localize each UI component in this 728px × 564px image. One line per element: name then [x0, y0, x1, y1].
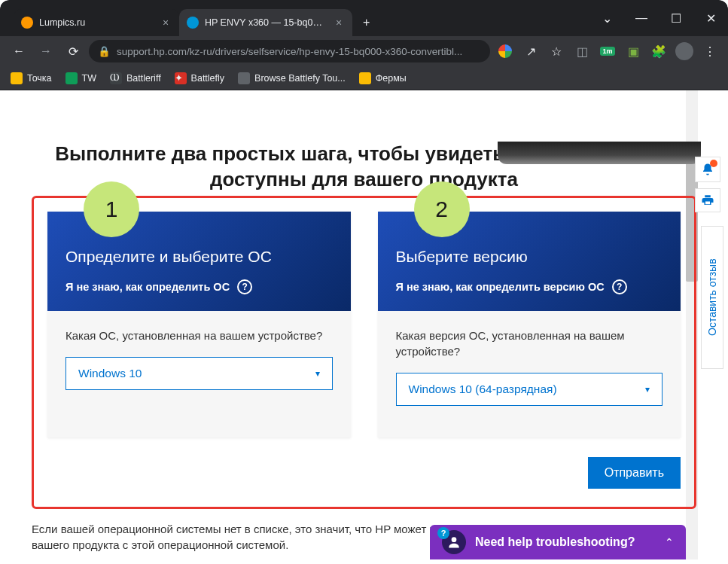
url-text: support.hp.com/kz-ru/drivers/selfservice… [117, 46, 462, 57]
menu-icon[interactable]: ⋮ [699, 41, 720, 62]
window-controls: ⌄ — ☐ ✕ [589, 0, 728, 36]
forward-button[interactable]: → [35, 40, 57, 62]
extension-icon[interactable]: ◫ [571, 41, 592, 62]
maximize-button[interactable]: ☐ [659, 5, 693, 32]
bookmark-tochka[interactable]: Точка [11, 72, 52, 84]
star-icon[interactable]: ☆ [546, 41, 567, 62]
close-icon[interactable]: × [160, 17, 172, 29]
google-icon[interactable] [495, 41, 516, 62]
svg-point-0 [452, 537, 457, 542]
extension-icon[interactable]: ▣ [623, 41, 644, 62]
close-icon[interactable]: × [333, 17, 345, 29]
tab-lumpics[interactable]: Lumpics.ru × [14, 9, 179, 36]
chat-avatar-icon [442, 530, 466, 554]
submit-button[interactable]: Отправить [588, 457, 681, 489]
bookmark-battlefy[interactable]: Browse Battlefy Tou... [238, 72, 346, 84]
select-value: Windows 10 [78, 367, 142, 380]
card-title: Выберите версию [396, 248, 663, 266]
tab-title: HP ENVY x360 — 15-bq007ur За [205, 17, 327, 28]
chat-text: Need help troubleshooting? [475, 535, 656, 549]
extensions-icon[interactable]: 🧩 [648, 41, 669, 62]
feedback-tab[interactable]: Оставить отзыв [701, 226, 723, 369]
help-icon: ? [612, 279, 627, 294]
bookmark-fermy[interactable]: Фермы [359, 72, 407, 84]
tab-hp-support[interactable]: HP ENVY x360 — 15-bq007ur За × [179, 9, 352, 36]
back-button[interactable]: ← [8, 40, 30, 62]
bookmarks-bar: Точка TW ⲰBattleriff ✦Battlefly Browse B… [0, 66, 728, 90]
favicon-hp [187, 17, 199, 29]
card-question: Какая ОС, установленная на вашем устройс… [65, 328, 333, 343]
card-question: Какая версия ОС, установленная на вашем … [396, 328, 663, 359]
help-link[interactable]: Я не знаю, как определить версию ОС ? [396, 279, 663, 294]
steps-container: 1 Определите и выберите ОС Я не знаю, ка… [32, 196, 696, 509]
chevron-down-icon: ▾ [315, 368, 320, 379]
bookmark-tw[interactable]: TW [65, 72, 96, 84]
product-image [498, 142, 701, 164]
close-window-button[interactable]: ✕ [693, 5, 728, 32]
chevron-up-icon: ⌃ [665, 536, 674, 548]
help-link[interactable]: Я не знаю, как определить ОС ? [65, 279, 333, 294]
select-value: Windows 10 (64-разрядная) [409, 383, 557, 396]
reload-button[interactable]: ⟳ [62, 40, 84, 62]
card-body: Какая ОС, установленная на вашем устройс… [47, 311, 351, 410]
step-number-badge: 1 [84, 181, 139, 237]
help-icon: ? [237, 279, 252, 294]
os-select[interactable]: Windows 10 ▾ [65, 357, 333, 390]
tab-title: Lumpics.ru [39, 17, 154, 28]
share-icon[interactable]: ↗ [520, 41, 541, 62]
extension-badge[interactable]: 1m [597, 41, 618, 62]
step-card-1: 1 Определите и выберите ОС Я не знаю, ка… [47, 212, 351, 437]
card-body: Какая версия ОС, установленная на вашем … [378, 311, 681, 436]
new-tab-button[interactable]: + [352, 9, 380, 36]
page-content: Выполните два простых шага, чтобы увидет… [5, 142, 723, 559]
lock-icon: 🔒 [98, 45, 111, 57]
card-title: Определите и выберите ОС [65, 248, 333, 266]
chat-widget[interactable]: Need help troubleshooting? ⌃ [430, 525, 686, 559]
step-number-badge: 2 [414, 181, 470, 237]
step-card-2: 2 Выберите версию Я не знаю, как определ… [378, 212, 681, 437]
minimize-button[interactable]: — [624, 5, 659, 32]
bookmark-battleriff[interactable]: ⲰBattleriff [110, 72, 161, 84]
favicon-lumpics [21, 17, 33, 29]
bookmark-battlefly[interactable]: ✦Battlefly [175, 72, 224, 84]
print-icon[interactable] [695, 188, 720, 212]
url-input[interactable]: 🔒 support.hp.com/kz-ru/drivers/selfservi… [89, 40, 490, 62]
browser-titlebar: Lumpics.ru × HP ENVY x360 — 15-bq007ur З… [0, 0, 728, 36]
page-viewport: Выполните два простых шага, чтобы увидет… [5, 90, 723, 559]
chevron-down-icon: ▾ [645, 384, 650, 395]
profile-avatar[interactable] [674, 41, 695, 62]
os-version-select[interactable]: Windows 10 (64-разрядная) ▾ [396, 373, 663, 406]
address-bar: ← → ⟳ 🔒 support.hp.com/kz-ru/drivers/sel… [0, 36, 728, 66]
notifications-bell-icon[interactable] [695, 157, 720, 182]
chevron-down-icon[interactable]: ⌄ [589, 5, 624, 32]
toolbar-icons: ↗ ☆ ◫ 1m ▣ 🧩 ⋮ [495, 41, 720, 62]
